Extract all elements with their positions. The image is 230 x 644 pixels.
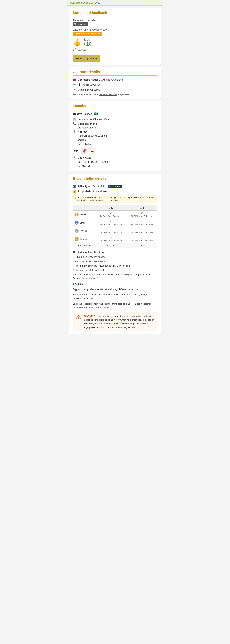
address-line-1: P.Sultan Street 7612 unit 8	[78, 134, 157, 138]
warning-box: ! WARNING! Have you been suggested a job…	[73, 312, 157, 332]
email-icon: ✉	[73, 88, 76, 91]
address-lines: P.Sultan Street 7612 unit 8 Jeddah Saudi…	[73, 134, 157, 146]
table-header-buy: Buy	[96, 205, 126, 210]
warning-text: WARNING! Have you been suggested a job o…	[84, 314, 155, 329]
whatsapp-icon: 📱	[78, 83, 81, 86]
coin-btc-name: ₿ Bitcoin	[73, 210, 96, 218]
faq-link[interactable]: FAQ	[122, 326, 127, 329]
reported-label: Reported by provider:	[73, 19, 157, 22]
fiat-buy: SAR, USD	[96, 243, 126, 248]
teller-type-label: Teller Type:	[78, 185, 91, 188]
address-line-3: Saudi Arabia	[78, 142, 157, 146]
location-row: 🏢 Location: Al-Ghalayini Center	[73, 117, 157, 121]
doge-sell-fee: 20.00% from Coinbase	[128, 240, 155, 242]
operator-question-row: Are you operator? Check the list of serv…	[73, 93, 157, 96]
table-row: ₿ Bitcoin ✓ 20.00% from Coinbase ✓ 20.00…	[73, 210, 157, 218]
details-line-1: Cryptocurrency teller is located at Al-G…	[73, 288, 157, 291]
feedback-badge: Have not heard in a while	[73, 32, 102, 36]
operator-details-card: Operator details 💼 Operator's name: Dr. …	[69, 67, 161, 99]
doge-buy-cell: ✓ 20.00% from Coinbase	[96, 235, 126, 243]
operator-name-value: Dr. Ahmed AlGhalayini	[99, 78, 123, 81]
fiat-sell: SAR	[126, 243, 157, 248]
limits-line-5: If you are outside of Jeddah (amount les…	[73, 273, 157, 280]
location-section-title: Location	[73, 104, 157, 110]
city-row: 🏙 City: Jeddah 🇸🇦	[73, 112, 157, 116]
city-label: City:	[77, 112, 82, 115]
score-block: Score +10	[83, 38, 92, 47]
details-line-3: Enter the Medical center, walk into the …	[73, 302, 157, 310]
limits-label: 👁 Limits and verifications:	[73, 251, 157, 254]
details-label: ℹ Details:	[73, 283, 157, 286]
fees-notice-text: Fees for ATM/Teller are defined by opera…	[78, 196, 155, 202]
btc-sell-cell: ✓ 20.00% from Coinbase	[126, 210, 157, 218]
suitcase-icon: 💼	[73, 78, 76, 81]
coin-doge-name: Ð Dogecoin	[73, 235, 96, 243]
eth-sell-check: ✓	[128, 220, 155, 223]
doge-sell-cell: ✓ 20.00% from Coinbase	[126, 235, 157, 243]
coins-icon: 💰	[73, 190, 76, 193]
eye-icon: 👁	[73, 251, 76, 254]
score-row: 👍 Score +10	[73, 38, 157, 47]
coins-table: Buy Sell ₿ Bitcoin ✓ 20.00% from Coinbas…	[73, 205, 157, 248]
eth-buy-check: ✓	[98, 220, 124, 223]
location-card: Location 🏙 City: Jeddah 🇸🇦 🏢 Location: A…	[69, 101, 161, 172]
ltc-sell-check: ✓	[128, 228, 155, 231]
ltc-buy-check: ✓	[98, 228, 124, 231]
eth-icon: Ξ	[75, 221, 78, 225]
show-votes-link[interactable]: Show votes	[77, 48, 89, 51]
fiat-label: Supported fiat:	[73, 243, 96, 248]
location-value: Al-Ghalayini Center	[90, 118, 112, 120]
flag-icon: 🇸🇦	[94, 112, 98, 116]
services-link[interactable]: the list of services	[99, 93, 117, 96]
table-header-sell: Sell	[126, 205, 157, 210]
limits-line-3: A maximum of 1BTC per customer per day B…	[73, 264, 157, 268]
teller-type-link[interactable]: Bitcoin Teller	[93, 185, 107, 188]
business-phone-row: 📞 Business phone: Show number →	[73, 122, 157, 128]
ltc-sell-cell: ✓ 20.00% from Coinbase	[126, 227, 157, 235]
teller-badge: Bitcoin Teller	[108, 185, 122, 188]
ltc-buy-fee: 20.00% from Coinbase	[98, 231, 124, 234]
limits-section: 👁 Limits and verifications: $0 - 5000 no…	[73, 251, 157, 280]
status-feedback-card: Status and feedback Reported by provider…	[69, 8, 161, 65]
address-row: 📍 Address: P.Sultan Street 7612 unit 8 J…	[73, 130, 157, 146]
navigation-icon[interactable]: ➡	[89, 148, 95, 154]
limits-line-2: $5000 - 10000 SMS verification.	[73, 260, 157, 263]
gmaps-icon[interactable]: 📌	[81, 148, 87, 154]
address-line-2: Jeddah	[78, 138, 157, 142]
btc-buy-check: ✓	[98, 212, 124, 215]
ltc-buy-cell: ✓ 20.00% from Coinbase	[96, 227, 126, 235]
show-number-link[interactable]: Show number →	[78, 126, 96, 128]
installed-banner: Installed on October 17, 2018	[67, 0, 163, 6]
teller-details-card: Bitcoin teller details 🏧 Teller Type: Bi…	[69, 174, 161, 334]
open-hours-line-2: Fri: Closed	[78, 164, 157, 168]
not-reported-badge: Not reported	[73, 22, 88, 26]
btc-icon: ₿	[75, 212, 78, 216]
address-label: Address:	[78, 130, 88, 133]
doge-sell-check: ✓	[128, 236, 155, 240]
doge-icon: Ð	[75, 237, 78, 241]
open-hours-line-1: Sat-Thu: 11:00 am – 2:00 pm	[78, 160, 157, 164]
report-problem-button[interactable]: Report a problem	[73, 55, 100, 62]
eth-sell-cell: ✓ 20.00% from Coinbase	[126, 218, 157, 227]
teller-type-row: 🏧 Teller Type: Bitcoin Teller Bitcoin Te…	[73, 185, 157, 188]
ltc-icon: Ł	[75, 229, 78, 233]
table-header-coin	[73, 205, 96, 210]
score-label: Score	[83, 38, 92, 41]
table-row: Ξ Ether ✓ 20.00% from Coinbase ✓ 20.00% …	[73, 218, 157, 227]
limits-line-1: $0 - 5000 no verification needed.	[73, 255, 157, 259]
info-circle-icon: ℹ	[75, 196, 76, 200]
city-icon: 🏙	[73, 112, 76, 116]
open-hours-label: Open hours:	[78, 156, 92, 159]
eth-buy-cell: ✓ 20.00% from Coinbase	[96, 218, 126, 227]
table-row: Ł Litecoin ✓ 20.00% from Coinbase ✓ 20.0…	[73, 227, 157, 235]
clock-icon: 🕐	[73, 156, 76, 160]
fees-notice-box: ℹ Fees for ATM/Teller are defined by ope…	[73, 194, 157, 203]
info-icon: ℹ	[73, 283, 74, 286]
address-pin-icon: 📍	[73, 130, 76, 133]
operator-name-row: 💼 Operator's name: Dr. Ahmed AlGhalayini	[73, 78, 157, 81]
thumbs-up-icon: 👍	[73, 39, 81, 46]
location-label-text: Location:	[78, 118, 89, 120]
coin-eth-name: Ξ Ether	[73, 218, 96, 227]
business-phone-label: Business phone:	[78, 122, 98, 125]
google-maps-icon[interactable]: 🗺	[73, 148, 79, 154]
